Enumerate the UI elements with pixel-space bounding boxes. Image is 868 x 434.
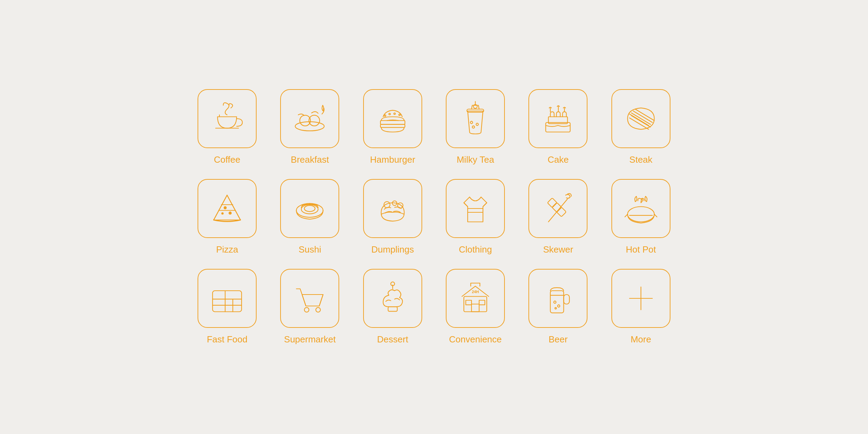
category-label-skewer: Skewer xyxy=(543,244,573,255)
category-item-clothing[interactable]: Clothing xyxy=(439,179,511,255)
icon-box-hamburger xyxy=(363,89,422,148)
svg-rect-43 xyxy=(388,307,397,311)
category-item-coffee[interactable]: Coffee xyxy=(191,89,263,165)
category-item-convenience[interactable]: 24H Convenience xyxy=(439,269,511,345)
category-item-skewer[interactable]: Skewer xyxy=(522,179,594,255)
category-item-more[interactable]: More xyxy=(605,269,677,345)
svg-point-21 xyxy=(229,212,232,215)
svg-rect-47 xyxy=(471,304,479,312)
category-label-dessert: Dessert xyxy=(377,334,408,345)
category-item-hamburger[interactable]: Hamburger xyxy=(357,89,429,165)
icon-box-coffee xyxy=(198,89,257,148)
svg-point-13 xyxy=(472,126,475,128)
category-item-supermarket[interactable]: Supermarket xyxy=(274,269,346,345)
category-label-fast-food: Fast Food xyxy=(207,334,248,345)
category-item-hot-pot[interactable]: Hot Pot xyxy=(605,179,677,255)
category-label-milky-tea: Milky Tea xyxy=(457,154,494,165)
category-item-fast-food[interactable]: Fast Food xyxy=(191,269,263,345)
svg-rect-31 xyxy=(557,207,566,217)
svg-line-34 xyxy=(625,214,628,217)
category-label-pizza: Pizza xyxy=(216,244,238,255)
icon-box-breakfast xyxy=(280,89,339,148)
category-label-dumplings: Dumplings xyxy=(371,244,414,255)
category-label-supermarket: Supermarket xyxy=(284,334,336,345)
svg-point-33 xyxy=(627,207,654,222)
category-label-hot-pot: Hot Pot xyxy=(626,244,656,255)
icon-box-dumplings xyxy=(363,179,422,238)
category-label-beer: Beer xyxy=(549,334,568,345)
category-item-dessert[interactable]: Dessert xyxy=(357,269,429,345)
category-item-steak[interactable]: Steak xyxy=(605,89,677,165)
svg-point-24 xyxy=(301,205,318,214)
category-grid: Coffee Breakfast Hamburger Milky Tea xyxy=(191,89,677,345)
icon-box-beer xyxy=(528,269,587,328)
svg-point-42 xyxy=(316,307,320,312)
category-label-breakfast: Breakfast xyxy=(291,154,329,165)
category-item-dumplings[interactable]: Dumplings xyxy=(357,179,429,255)
icon-box-pizza xyxy=(198,179,257,238)
icon-box-convenience: 24H xyxy=(446,269,505,328)
category-item-breakfast[interactable]: Breakfast xyxy=(274,89,346,165)
category-item-milky-tea[interactable]: Milky Tea xyxy=(439,89,511,165)
icon-box-sushi xyxy=(280,179,339,238)
icon-box-fast-food xyxy=(198,269,257,328)
svg-point-55 xyxy=(555,307,557,309)
icon-box-cake xyxy=(528,89,587,148)
category-item-cake[interactable]: Cake xyxy=(522,89,594,165)
category-label-sushi: Sushi xyxy=(299,244,321,255)
svg-point-5 xyxy=(384,115,386,116)
svg-line-35 xyxy=(654,214,657,217)
icon-box-steak xyxy=(611,89,670,148)
svg-rect-32 xyxy=(548,198,557,207)
svg-rect-9 xyxy=(467,109,484,112)
category-item-sushi[interactable]: Sushi xyxy=(274,179,346,255)
category-label-clothing: Clothing xyxy=(459,244,492,255)
icon-box-supermarket xyxy=(280,269,339,328)
svg-point-12 xyxy=(476,123,478,126)
svg-point-11 xyxy=(470,121,473,124)
svg-text:24H: 24H xyxy=(472,290,479,294)
svg-point-20 xyxy=(224,206,227,209)
svg-rect-3 xyxy=(381,121,405,125)
svg-point-53 xyxy=(554,301,556,304)
icon-box-milky-tea xyxy=(446,89,505,148)
svg-rect-48 xyxy=(466,300,472,305)
category-label-more: More xyxy=(631,334,651,345)
svg-rect-49 xyxy=(479,300,485,305)
svg-rect-4 xyxy=(381,125,405,128)
category-label-coffee: Coffee xyxy=(214,154,240,165)
svg-point-25 xyxy=(304,205,315,212)
category-label-cake: Cake xyxy=(548,154,569,165)
category-label-steak: Steak xyxy=(629,154,653,165)
svg-point-7 xyxy=(394,113,395,114)
svg-point-22 xyxy=(222,212,224,215)
svg-point-41 xyxy=(304,307,309,312)
svg-rect-51 xyxy=(550,291,564,313)
svg-rect-52 xyxy=(564,295,570,304)
icon-box-more xyxy=(611,269,670,328)
icon-box-clothing xyxy=(446,179,505,238)
svg-point-28 xyxy=(398,203,403,208)
svg-point-6 xyxy=(389,113,390,115)
icon-box-skewer xyxy=(528,179,587,238)
icon-box-hot-pot xyxy=(611,179,670,238)
svg-point-54 xyxy=(558,305,560,307)
category-label-hamburger: Hamburger xyxy=(370,154,415,165)
category-item-beer[interactable]: Beer xyxy=(522,269,594,345)
category-label-convenience: Convenience xyxy=(449,334,502,345)
svg-rect-36 xyxy=(212,291,242,312)
category-item-pizza[interactable]: Pizza xyxy=(191,179,263,255)
icon-box-dessert xyxy=(363,269,422,328)
svg-point-8 xyxy=(399,114,400,116)
